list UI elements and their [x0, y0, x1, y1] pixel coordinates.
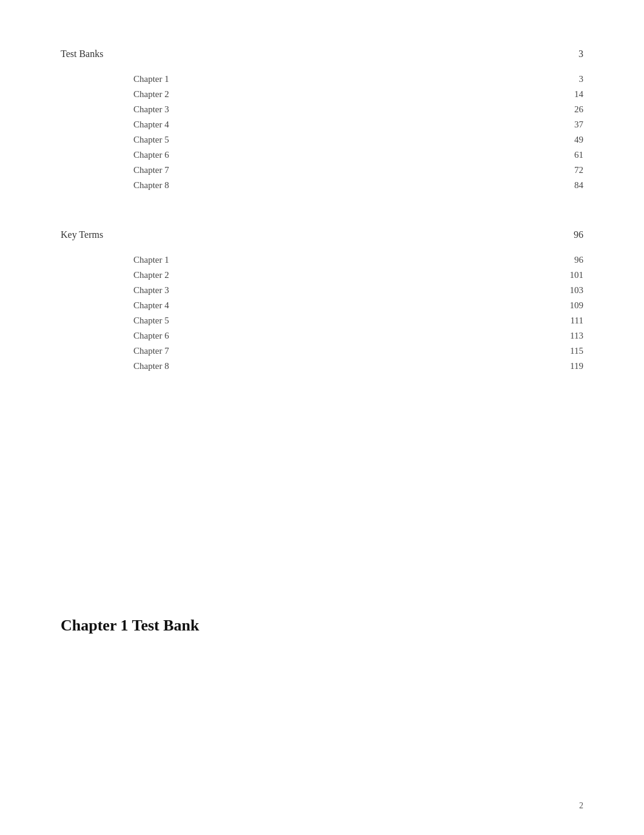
toc-entry-page: 72 — [574, 165, 583, 175]
toc-section-test-banks: Test Banks3Chapter 13Chapter 214Chapter … — [61, 49, 583, 193]
toc-entry-page: 96 — [574, 255, 583, 265]
toc-entry[interactable]: Chapter 2101 — [133, 268, 583, 283]
toc-entry-page: 119 — [570, 361, 583, 371]
toc-entry[interactable]: Chapter 7115 — [133, 343, 583, 359]
toc-entry-label: Chapter 6 — [133, 150, 169, 160]
toc-entry-page: 37 — [574, 120, 583, 130]
toc-entry[interactable]: Chapter 326 — [133, 102, 583, 117]
toc-entry-page: 3 — [579, 74, 584, 84]
toc-entry[interactable]: Chapter 884 — [133, 178, 583, 193]
toc-entry-label: Chapter 7 — [133, 165, 169, 175]
toc-entry-page: 111 — [571, 316, 583, 326]
toc-entry-label: Chapter 5 — [133, 135, 169, 145]
toc-entry-label: Chapter 5 — [133, 316, 169, 326]
toc-entry-page: 26 — [574, 104, 583, 115]
toc-entry[interactable]: Chapter 5111 — [133, 313, 583, 328]
toc-entry[interactable]: Chapter 8119 — [133, 359, 583, 374]
toc-entry[interactable]: Chapter 214 — [133, 87, 583, 102]
toc-entry-label: Chapter 8 — [133, 180, 169, 191]
toc-entry[interactable]: Chapter 661 — [133, 147, 583, 163]
toc-container: Test Banks3Chapter 13Chapter 214Chapter … — [61, 49, 583, 374]
toc-entry-label: Chapter 8 — [133, 361, 169, 371]
toc-section-page-test-banks: 3 — [579, 49, 583, 59]
toc-entry-label: Chapter 2 — [133, 270, 169, 280]
chapter-heading: Chapter 1 Test Bank — [61, 617, 583, 635]
toc-entry-page: 115 — [570, 346, 583, 356]
chapter-title: Chapter 1 Test Bank — [61, 617, 583, 635]
toc-section-key-terms: Key Terms96Chapter 196Chapter 2101Chapte… — [61, 229, 583, 374]
toc-section-label-key-terms: Key Terms — [61, 229, 103, 240]
toc-entry[interactable]: Chapter 437 — [133, 117, 583, 132]
toc-entry-page: 101 — [570, 270, 584, 280]
toc-entry-page: 113 — [570, 331, 583, 341]
toc-section-page-key-terms: 96 — [574, 229, 583, 240]
toc-entry-page: 14 — [574, 89, 583, 100]
toc-entry-page: 84 — [574, 180, 583, 191]
toc-entry-page: 61 — [574, 150, 583, 160]
toc-entry-page: 103 — [570, 285, 584, 296]
toc-entry-label: Chapter 4 — [133, 120, 169, 130]
toc-section-header-key-terms: Key Terms96 — [61, 229, 583, 240]
toc-section-header-test-banks: Test Banks3 — [61, 49, 583, 59]
page: Test Banks3Chapter 13Chapter 214Chapter … — [0, 0, 644, 835]
page-number: 2 — [579, 801, 583, 811]
toc-entries-key-terms: Chapter 196Chapter 2101Chapter 3103Chapt… — [133, 252, 583, 374]
toc-entry[interactable]: Chapter 772 — [133, 163, 583, 178]
toc-entry[interactable]: Chapter 3103 — [133, 283, 583, 298]
toc-section-label-test-banks: Test Banks — [61, 49, 103, 59]
toc-entry[interactable]: Chapter 196 — [133, 252, 583, 268]
toc-entry[interactable]: Chapter 549 — [133, 132, 583, 147]
toc-entry[interactable]: Chapter 13 — [133, 72, 583, 87]
toc-entry-label: Chapter 3 — [133, 285, 169, 296]
toc-entry-label: Chapter 6 — [133, 331, 169, 341]
toc-entries-test-banks: Chapter 13Chapter 214Chapter 326Chapter … — [133, 72, 583, 193]
toc-entry-label: Chapter 7 — [133, 346, 169, 356]
toc-entry-label: Chapter 4 — [133, 300, 169, 311]
toc-entry-label: Chapter 2 — [133, 89, 169, 100]
toc-entry-label: Chapter 1 — [133, 255, 169, 265]
toc-entry-label: Chapter 1 — [133, 74, 169, 84]
toc-entry[interactable]: Chapter 6113 — [133, 328, 583, 343]
toc-entry[interactable]: Chapter 4109 — [133, 298, 583, 313]
toc-entry-page: 109 — [570, 300, 584, 311]
toc-entry-label: Chapter 3 — [133, 104, 169, 115]
toc-entry-page: 49 — [574, 135, 583, 145]
